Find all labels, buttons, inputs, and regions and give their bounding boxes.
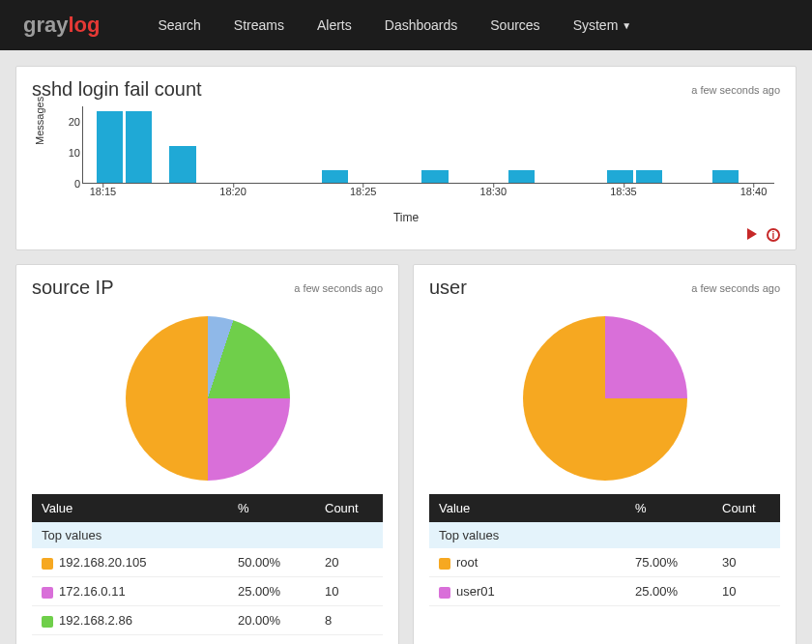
panel-footer-controls: i	[32, 224, 780, 242]
pie-chart-source-ip	[126, 316, 290, 481]
row-count: 30	[712, 548, 780, 577]
y-tick: 10	[69, 147, 80, 159]
color-swatch	[439, 587, 450, 599]
table-row[interactable]: 10.1.1.855.00%2	[32, 635, 383, 645]
nav-item-search[interactable]: Search	[158, 17, 200, 33]
nav-items: Search Streams Alerts Dashboards Sources…	[158, 17, 631, 33]
table-row[interactable]: 192.168.20.10550.00%20	[32, 548, 383, 577]
table-subhead: Top values	[32, 522, 383, 548]
chevron-down-icon: ▼	[622, 20, 631, 31]
bar	[169, 146, 195, 183]
panel-sshd-login-fail: sshd login fail count a few seconds ago …	[15, 66, 797, 250]
row-value: user01	[456, 584, 495, 599]
row-pct: 5.00%	[228, 635, 315, 645]
bar-chart: Messages 01020 18:1518:2018:2518:3018:35…	[32, 106, 780, 213]
x-tick: 18:20	[219, 186, 246, 197]
brand-text-right: log	[68, 13, 100, 38]
nav-item-dashboards[interactable]: Dashboards	[385, 17, 458, 33]
row-value: 192.168.20.105	[59, 555, 146, 570]
info-icon[interactable]: i	[767, 228, 780, 242]
col-pct: %	[625, 494, 712, 522]
nav-item-alerts[interactable]: Alerts	[317, 17, 352, 33]
row-pct: 75.00%	[625, 548, 712, 577]
bar	[636, 170, 662, 183]
play-icon[interactable]	[747, 228, 757, 240]
row-count: 10	[315, 577, 383, 606]
x-tick: 18:30	[480, 186, 508, 197]
col-count: Count	[712, 494, 780, 522]
panel-user: user a few seconds ago Value % Count Top…	[413, 264, 797, 644]
table-subhead: Top values	[429, 522, 780, 548]
bar-plot-area	[82, 106, 774, 184]
panel-title: user	[429, 277, 467, 299]
bar	[508, 170, 535, 183]
table-row[interactable]: 172.16.0.1125.00%10	[32, 577, 383, 606]
col-count: Count	[315, 494, 383, 522]
brand-logo[interactable]: graylog	[23, 13, 100, 38]
nav-label: Search	[158, 17, 200, 33]
row-pct: 20.00%	[228, 606, 315, 635]
y-tick: 20	[69, 116, 80, 128]
panel-timestamp: a few seconds ago	[691, 282, 780, 294]
x-tick: 18:15	[90, 186, 117, 197]
col-value: Value	[429, 494, 625, 522]
panel-title: source IP	[32, 277, 113, 299]
col-pct: %	[228, 494, 315, 522]
x-axis-label: Time	[32, 211, 780, 224]
bar	[322, 170, 348, 183]
row-pct: 25.00%	[625, 577, 712, 606]
bar	[421, 170, 448, 183]
table-row[interactable]: user0125.00%10	[429, 577, 780, 606]
bar	[712, 170, 739, 183]
color-swatch	[439, 558, 450, 570]
nav-item-sources[interactable]: Sources	[490, 17, 539, 33]
nav-label: Dashboards	[385, 17, 458, 33]
table-row[interactable]: 192.168.2.8620.00%8	[32, 606, 383, 635]
panel-title: sshd login fail count	[32, 78, 202, 101]
x-tick: 18:40	[740, 186, 768, 197]
nav-label: System	[573, 17, 619, 33]
nav-item-system[interactable]: System ▼	[573, 17, 632, 33]
col-value: Value	[32, 494, 228, 522]
panel-timestamp: a few seconds ago	[691, 84, 780, 96]
row-value: 172.16.0.11	[59, 584, 126, 599]
y-axis-ticks: 01020	[61, 106, 80, 184]
table-row[interactable]: root75.00%30	[429, 548, 780, 577]
color-swatch	[42, 558, 53, 570]
panel-timestamp: a few seconds ago	[294, 282, 383, 294]
row-count: 2	[315, 635, 383, 645]
nav-label: Streams	[234, 17, 284, 33]
x-axis-ticks: 18:1518:2018:2518:3018:3518:40	[82, 184, 774, 209]
table-source-ip: Value % Count Top values 192.168.20.1055…	[32, 494, 383, 644]
row-value: root	[456, 555, 478, 570]
row-pct: 50.00%	[228, 548, 315, 577]
pie-chart-user	[523, 316, 687, 481]
table-user: Value % Count Top values root75.00%30use…	[429, 494, 780, 606]
panel-source-ip: source IP a few seconds ago Value % Coun…	[15, 264, 399, 644]
row-value: 192.168.2.86	[59, 613, 132, 628]
x-tick: 18:35	[610, 186, 637, 197]
color-swatch	[42, 587, 53, 599]
nav-label: Sources	[490, 17, 539, 33]
bar	[97, 111, 123, 183]
row-count: 8	[315, 606, 383, 635]
bar	[126, 111, 152, 183]
row-pct: 25.00%	[228, 577, 315, 606]
y-axis-label: Messages	[34, 97, 45, 145]
color-swatch	[42, 616, 53, 628]
row-count: 20	[315, 548, 383, 577]
y-tick: 0	[74, 178, 80, 190]
x-tick: 18:25	[350, 186, 377, 197]
brand-text-left: gray	[23, 13, 68, 38]
row-count: 10	[712, 577, 780, 606]
top-navbar: graylog Search Streams Alerts Dashboards…	[0, 0, 812, 50]
nav-label: Alerts	[317, 17, 352, 33]
bar	[607, 170, 633, 183]
nav-item-streams[interactable]: Streams	[234, 17, 284, 33]
